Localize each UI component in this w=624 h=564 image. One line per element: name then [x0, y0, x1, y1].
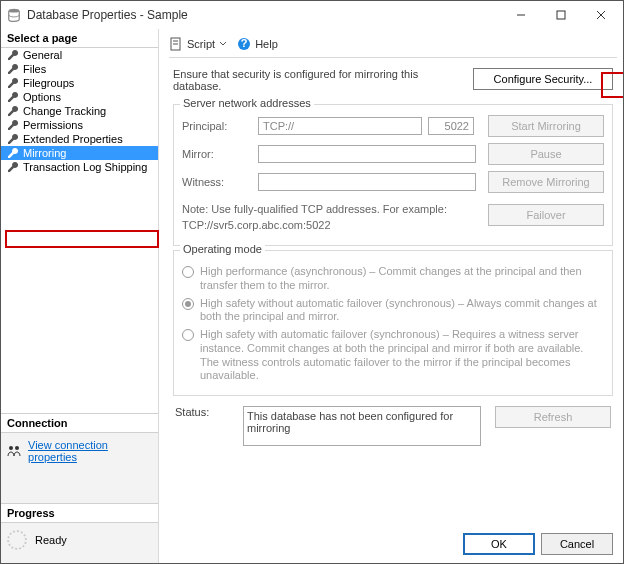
nav-label: Change Tracking	[23, 105, 106, 117]
note-line2: TCP://svr5.corp.abc.com:5022	[182, 219, 476, 231]
mirror-label: Mirror:	[182, 148, 252, 160]
wrench-icon	[7, 105, 19, 117]
view-connection-link[interactable]: View connection properties	[7, 439, 152, 463]
principal-input[interactable]	[258, 117, 422, 135]
nav-label: General	[23, 49, 62, 61]
wrench-icon	[7, 77, 19, 89]
nav-label: Permissions	[23, 119, 83, 131]
nav-label: Transaction Log Shipping	[23, 161, 147, 173]
dropdown-arrow-icon[interactable]	[219, 40, 227, 48]
toolbar: Script ? Help	[169, 35, 617, 58]
failover-button[interactable]: Failover	[488, 204, 604, 226]
maximize-button[interactable]	[541, 1, 581, 29]
operating-mode-legend: Operating mode	[180, 243, 265, 255]
witness-input[interactable]	[258, 173, 476, 191]
select-page-header: Select a page	[1, 29, 158, 48]
op-high-safety-auto-label: High safety with automatic failover (syn…	[200, 328, 604, 383]
wrench-icon	[7, 147, 19, 159]
people-icon	[7, 445, 22, 457]
close-button[interactable]	[581, 1, 621, 29]
svg-rect-2	[557, 11, 565, 19]
cancel-button[interactable]: Cancel	[541, 533, 613, 555]
svg-point-5	[9, 446, 13, 450]
op-high-safety-radio[interactable]	[182, 298, 194, 310]
nav-label: Mirroring	[23, 147, 66, 159]
ensure-text: Ensure that security is configured for m…	[173, 68, 461, 92]
script-icon	[169, 37, 183, 51]
wrench-icon	[7, 91, 19, 103]
svg-text:?: ?	[241, 37, 248, 49]
progress-spinner-icon	[7, 530, 27, 550]
mirror-input[interactable]	[258, 145, 476, 163]
help-icon: ?	[237, 37, 251, 51]
svg-point-0	[9, 9, 20, 13]
nav-item-options[interactable]: Options	[1, 90, 158, 104]
minimize-button[interactable]	[501, 1, 541, 29]
nav-item-general[interactable]: General	[1, 48, 158, 62]
progress-status: Ready	[35, 534, 67, 546]
database-icon	[7, 8, 21, 22]
wrench-icon	[7, 63, 19, 75]
nav-item-filegroups[interactable]: Filegroups	[1, 76, 158, 90]
start-mirroring-button[interactable]: Start Mirroring	[488, 115, 604, 137]
nav-item-permissions[interactable]: Permissions	[1, 118, 158, 132]
principal-port[interactable]	[428, 117, 474, 135]
op-high-performance-radio[interactable]	[182, 266, 194, 278]
title-bar: Database Properties - Sample	[1, 1, 623, 29]
status-label: Status:	[175, 406, 235, 418]
wrench-icon	[7, 161, 19, 173]
operating-mode-group: Operating mode High performance (asynchr…	[173, 250, 613, 396]
principal-label: Principal:	[182, 120, 252, 132]
server-addresses-legend: Server network addresses	[180, 97, 314, 109]
wrench-icon	[7, 133, 19, 145]
op-high-performance-label: High performance (asynchronous) – Commit…	[200, 265, 604, 293]
nav-label: Filegroups	[23, 77, 74, 89]
status-value: This database has not been configured fo…	[243, 406, 481, 446]
wrench-icon	[7, 119, 19, 131]
op-high-safety-label: High safety without automatic failover (…	[200, 297, 604, 325]
witness-label: Witness:	[182, 176, 252, 188]
ok-button[interactable]: OK	[463, 533, 535, 555]
note-line1: Note: Use fully-qualified TCP addresses.…	[182, 203, 476, 215]
nav-item-change-tracking[interactable]: Change Tracking	[1, 104, 158, 118]
view-connection-label: View connection properties	[28, 439, 152, 463]
pause-button[interactable]: Pause	[488, 143, 604, 165]
configure-security-button[interactable]: Configure Security...	[473, 68, 613, 90]
svg-point-6	[15, 446, 19, 450]
connection-header: Connection	[1, 413, 158, 433]
remove-mirroring-button[interactable]: Remove Mirroring	[488, 171, 604, 193]
nav-label: Options	[23, 91, 61, 103]
page-nav: GeneralFilesFilegroupsOptionsChange Trac…	[1, 48, 158, 174]
op-high-safety-auto-radio[interactable]	[182, 329, 194, 341]
nav-label: Files	[23, 63, 46, 75]
nav-item-files[interactable]: Files	[1, 62, 158, 76]
nav-item-extended-properties[interactable]: Extended Properties	[1, 132, 158, 146]
help-button[interactable]: Help	[255, 38, 278, 50]
refresh-button[interactable]: Refresh	[495, 406, 611, 428]
server-addresses-group: Server network addresses Principal: Star…	[173, 104, 613, 246]
window-title: Database Properties - Sample	[27, 8, 501, 22]
progress-header: Progress	[1, 503, 158, 523]
nav-item-mirroring[interactable]: Mirroring	[1, 146, 158, 160]
script-button[interactable]: Script	[187, 38, 215, 50]
nav-label: Extended Properties	[23, 133, 123, 145]
wrench-icon	[7, 49, 19, 61]
nav-item-transaction-log-shipping[interactable]: Transaction Log Shipping	[1, 160, 158, 174]
